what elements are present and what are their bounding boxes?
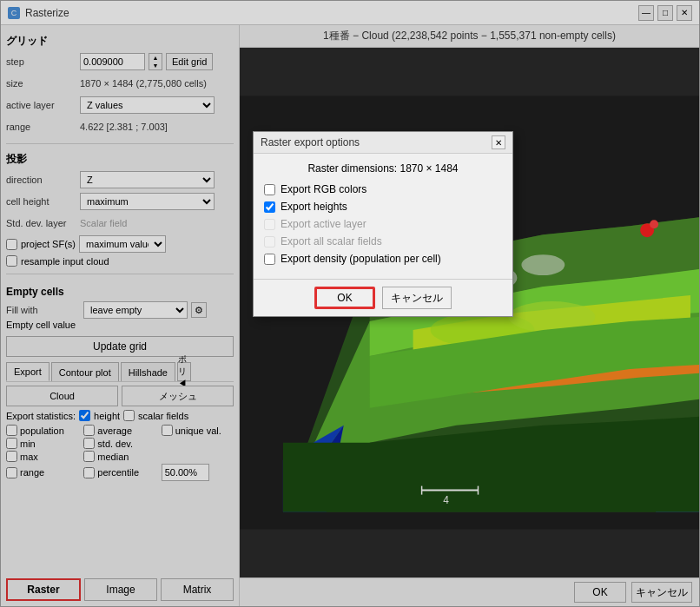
modal-ok-button[interactable]: OK xyxy=(314,287,375,309)
main-window: C Rasterize — □ ✕ グリッド step ▲ ▼ Edit gr xyxy=(0,0,700,607)
export-density-label: Export density (population per cell) xyxy=(281,253,441,265)
export-heights-label: Export heights xyxy=(281,201,347,213)
export-density-option: Export density (population per cell) xyxy=(264,253,502,265)
raster-export-dialog: Raster export options ✕ Raster dimension… xyxy=(253,131,513,317)
export-active-layer-checkbox[interactable] xyxy=(264,219,275,230)
export-rgb-label: Export RGB colors xyxy=(281,183,367,195)
modal-overlay: Raster export options ✕ Raster dimension… xyxy=(1,1,699,606)
modal-title-bar: Raster export options ✕ xyxy=(254,132,512,154)
export-all-scalars-checkbox[interactable] xyxy=(264,236,275,247)
export-rgb-checkbox[interactable] xyxy=(264,184,275,195)
export-active-layer-label: Export active layer xyxy=(281,218,367,230)
modal-footer: OK キャンセル xyxy=(254,279,512,316)
export-heights-option: Export heights xyxy=(264,201,502,213)
export-heights-checkbox[interactable] xyxy=(264,201,275,213)
export-all-scalars-option: Export all scalar fields xyxy=(264,235,502,247)
modal-body: Raster dimensions: 1870 × 1484 Export RG… xyxy=(254,154,512,279)
export-all-scalars-label: Export all scalar fields xyxy=(281,235,382,247)
modal-close-button[interactable]: ✕ xyxy=(492,135,505,149)
modal-dimensions: Raster dimensions: 1870 × 1484 xyxy=(264,162,502,175)
export-rgb-option: Export RGB colors xyxy=(264,183,502,195)
modal-cancel-button[interactable]: キャンセル xyxy=(382,287,452,309)
modal-title: Raster export options xyxy=(261,136,360,148)
export-density-checkbox[interactable] xyxy=(264,254,275,265)
export-active-layer-option: Export active layer xyxy=(264,218,502,230)
